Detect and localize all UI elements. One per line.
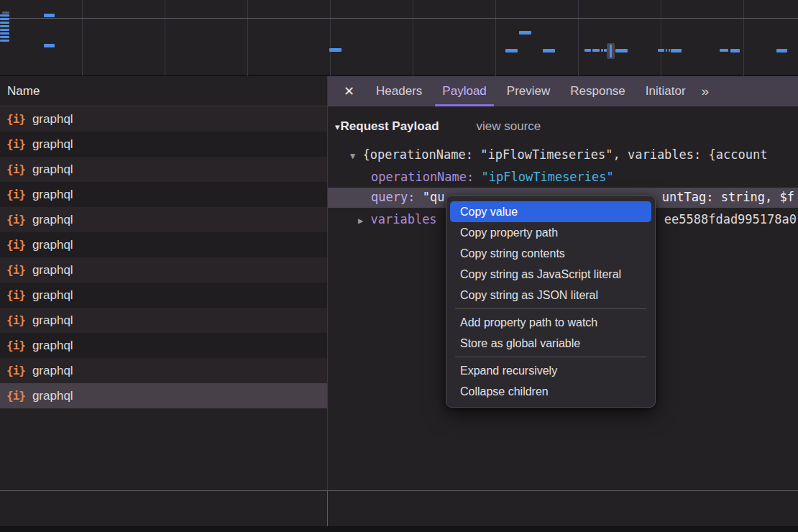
network-request-row[interactable]: {i}graphql — [0, 358, 327, 383]
request-name: graphql — [32, 238, 73, 252]
json-file-icon: {i} — [6, 263, 25, 277]
json-file-icon: {i} — [6, 188, 25, 201]
menu-separator — [455, 308, 646, 309]
timeline-bar — [0, 25, 9, 27]
overview-gridline-vertical — [661, 0, 661, 76]
close-icon[interactable]: ✕ — [344, 83, 354, 99]
menu-item-copy-string-contents[interactable]: Copy string contents — [450, 243, 651, 264]
json-file-icon: {i} — [6, 213, 25, 226]
request-name: graphql — [32, 263, 73, 278]
json-file-icon: {i} — [6, 288, 25, 302]
network-request-row[interactable]: {i}graphql — [0, 232, 327, 257]
json-file-icon: {i} — [6, 137, 25, 151]
request-name: graphql — [32, 188, 73, 202]
operation-name-row[interactable]: operationName: "ipFlowTimeseries" — [371, 170, 614, 184]
timeline-bar — [671, 49, 682, 52]
property-key: query: — [371, 190, 415, 204]
json-file-icon: {i} — [6, 162, 25, 176]
network-request-row[interactable]: {i}graphql — [0, 383, 327, 408]
network-request-row[interactable]: {i}graphql — [0, 182, 327, 207]
tab-headers[interactable]: Headers — [366, 76, 432, 106]
property-key: operationName: — [371, 170, 474, 184]
timeline-bar — [669, 49, 670, 52]
network-overview-timeline[interactable] — [0, 0, 798, 76]
overview-selection-tick — [610, 45, 612, 58]
request-name: graphql — [32, 364, 73, 378]
timeline-bar — [592, 49, 600, 52]
overview-gridline-vertical — [330, 0, 331, 76]
menu-item-add-property-path-to-watch[interactable]: Add property path to watch — [450, 312, 651, 333]
timeline-bar — [0, 32, 9, 35]
timeline-bar — [2, 12, 9, 14]
network-request-row[interactable]: {i}graphql — [0, 132, 327, 157]
json-file-icon: {i} — [6, 112, 25, 126]
overview-gridline-horizontal — [0, 18, 798, 19]
timeline-bar — [519, 31, 531, 35]
overview-gridline-vertical — [743, 0, 744, 76]
footer-left — [0, 491, 328, 526]
more-tabs-icon[interactable]: » — [702, 83, 708, 99]
overview-gridline-vertical — [578, 0, 579, 76]
property-value-start: "qu — [415, 190, 444, 204]
timeline-bar — [329, 48, 341, 52]
tab-payload[interactable]: Payload — [432, 76, 496, 106]
overview-gridline-vertical — [247, 0, 248, 76]
json-file-icon: {i} — [6, 313, 25, 327]
request-name: graphql — [32, 162, 73, 177]
network-request-row[interactable]: {i}graphql — [0, 207, 327, 232]
payload-preview-text: {operationName: "ipFlowTimeseries", vari… — [362, 147, 767, 162]
menu-item-expand-recursively[interactable]: Expand recursively — [450, 360, 651, 381]
timeline-bar — [0, 18, 9, 20]
network-request-row[interactable]: {i}graphql — [0, 283, 327, 308]
request-name: graphql — [32, 339, 73, 353]
timeline-bar — [0, 14, 9, 17]
view-source-link[interactable]: view source — [477, 119, 541, 133]
overview-gridline-vertical — [82, 0, 83, 76]
property-value-end: untTag: string, $f — [662, 190, 794, 204]
request-name: graphql — [32, 137, 73, 152]
network-request-row[interactable]: {i}graphql — [0, 308, 327, 333]
json-file-icon: {i} — [6, 389, 25, 403]
network-request-row[interactable]: {i}graphql — [0, 106, 327, 132]
column-header-name[interactable]: Name — [0, 76, 328, 106]
timeline-bar — [505, 49, 518, 52]
expand-triangle-icon: ▶ — [358, 216, 363, 226]
menu-item-copy-value[interactable]: Copy value — [450, 201, 651, 222]
timeline-bar — [666, 49, 667, 52]
timeline-bar — [0, 29, 9, 31]
request-name: graphql — [32, 112, 73, 127]
timeline-bar — [584, 49, 591, 52]
footer-right — [329, 491, 798, 526]
request-payload-section-header[interactable]: ▾Request Payloadview source — [335, 119, 541, 134]
request-name: graphql — [32, 213, 73, 227]
menu-item-copy-string-as-javascript-literal[interactable]: Copy string as JavaScript literal — [450, 264, 651, 285]
window-bottom-edge — [0, 526, 798, 532]
tab-preview[interactable]: Preview — [497, 76, 560, 106]
request-name: graphql — [32, 288, 73, 303]
tab-initiator[interactable]: Initiator — [636, 76, 696, 106]
network-request-row[interactable]: {i}graphql — [0, 257, 327, 283]
menu-item-collapse-children[interactable]: Collapse children — [450, 381, 651, 402]
tab-response[interactable]: Response — [560, 76, 636, 106]
overview-gridline-vertical — [413, 0, 413, 76]
section-collapse-triangle-icon: ▾ — [335, 121, 340, 132]
timeline-bar — [658, 49, 664, 52]
overview-selection-marker — [607, 43, 615, 59]
property-key: variables — [370, 212, 436, 226]
menu-item-copy-property-path[interactable]: Copy property path — [450, 222, 651, 243]
network-request-row[interactable]: {i}graphql — [0, 157, 327, 182]
network-request-row[interactable]: {i}graphql — [0, 333, 327, 358]
json-file-icon: {i} — [6, 339, 25, 352]
devtools-network-panel: Name ✕ HeadersPayloadPreviewResponseInit… — [0, 0, 798, 532]
json-file-icon: {i} — [6, 364, 25, 377]
request-name: graphql — [32, 389, 73, 403]
payload-preview-row[interactable]: ▼ {operationName: "ipFlowTimeseries", va… — [350, 147, 798, 162]
menu-item-copy-string-as-json-literal[interactable]: Copy string as JSON literal — [450, 285, 651, 306]
timeline-bar — [601, 49, 603, 52]
menu-separator — [455, 357, 646, 357]
expand-triangle-icon: ▼ — [350, 151, 355, 161]
timeline-bar — [0, 22, 9, 24]
detail-tabs: HeadersPayloadPreviewResponseInitiator — [366, 76, 695, 106]
timeline-bar — [776, 49, 787, 52]
menu-item-store-as-global-variable[interactable]: Store as global variable — [450, 333, 651, 354]
